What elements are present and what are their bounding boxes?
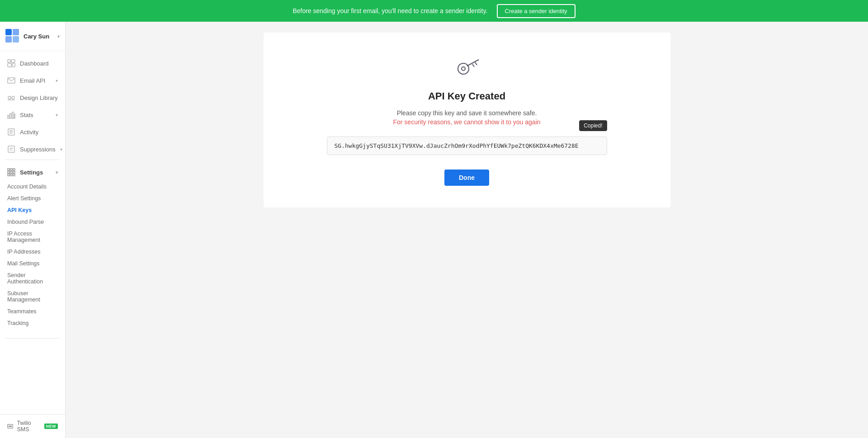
create-sender-identity-button[interactable]: Create a sender identity — [497, 4, 576, 18]
sidebar-item-dashboard[interactable]: Dashboard — [0, 55, 65, 72]
svg-rect-2 — [5, 36, 12, 42]
svg-line-39 — [472, 64, 474, 67]
settings-sub-items: Account Details Alert Settings API Keys … — [0, 181, 65, 329]
svg-rect-20 — [8, 146, 14, 152]
twilio-label: Twilio SMS — [17, 420, 40, 433]
design-library-icon — [7, 94, 15, 102]
sidebar-item-teammates[interactable]: Teammates — [0, 306, 65, 317]
sidebar-item-dashboard-label: Dashboard — [20, 60, 49, 67]
sidebar-item-ip-access-management[interactable]: IP Access Management — [0, 228, 65, 246]
sidebar-item-subuser-management[interactable]: Subuser Management — [0, 287, 65, 306]
sidebar-item-account-details[interactable]: Account Details — [0, 181, 65, 193]
account-icon — [5, 29, 20, 43]
twilio-new-badge: NEW — [44, 424, 58, 429]
sidebar-item-design-library[interactable]: Design Library — [0, 89, 65, 106]
svg-point-36 — [458, 63, 469, 74]
svg-rect-0 — [5, 29, 12, 35]
main-nav: Dashboard Email API ▾ Design Library — [0, 51, 65, 336]
stats-chevron-icon: ▾ — [56, 113, 58, 118]
settings-label: Settings — [20, 169, 43, 176]
twilio-section: Twilio SMS NEW — [0, 414, 65, 438]
svg-rect-5 — [11, 60, 15, 62]
svg-rect-29 — [8, 174, 9, 176]
key-icon-wrapper — [282, 54, 652, 83]
api-key-value-wrapper: Copied! SG.hwkgGjySTqSU31XjTV9XVw.dJaucZ… — [327, 137, 607, 155]
settings-header[interactable]: Settings ▾ — [0, 164, 65, 181]
svg-point-35 — [11, 426, 12, 427]
sidebar-item-email-api[interactable]: Email API ▾ — [0, 72, 65, 89]
account-chevron-icon: ▾ — [57, 34, 60, 39]
svg-point-33 — [9, 426, 9, 427]
svg-rect-23 — [8, 169, 9, 170]
twilio-icon — [7, 423, 13, 430]
api-key-value[interactable]: SG.hwkgGjySTqSU31XjTV9XVw.dJaucZrhOm9rXo… — [327, 137, 607, 155]
activity-icon — [7, 128, 15, 136]
key-icon — [453, 54, 481, 81]
email-api-chevron-icon: ▾ — [56, 78, 58, 83]
suppressions-chevron-icon: ▾ — [60, 147, 62, 152]
sidebar-item-twilio[interactable]: Twilio SMS NEW — [7, 420, 58, 433]
stats-icon — [7, 111, 15, 119]
sidebar-item-activity-label: Activity — [20, 129, 38, 136]
account-name: Cary Sun — [24, 33, 54, 40]
done-button[interactable]: Done — [444, 170, 489, 186]
main-content: API Key Created Please copy this key and… — [66, 22, 868, 438]
sidebar-item-activity[interactable]: Activity — [0, 123, 65, 141]
sidebar-bottom-divider — [5, 338, 60, 339]
svg-rect-30 — [10, 174, 12, 176]
email-api-icon — [7, 76, 15, 85]
svg-rect-3 — [13, 36, 19, 42]
svg-rect-4 — [8, 60, 10, 62]
svg-rect-28 — [13, 171, 15, 173]
svg-rect-31 — [13, 174, 15, 176]
suppressions-icon — [7, 145, 15, 153]
svg-rect-1 — [13, 29, 19, 35]
sidebar: Cary Sun ▾ Dashboard Email API — [0, 22, 66, 438]
svg-point-34 — [10, 426, 11, 427]
copied-tooltip: Copied! — [579, 120, 607, 131]
svg-rect-26 — [8, 171, 9, 173]
settings-section: Settings ▾ Account Details Alert Setting… — [0, 162, 65, 333]
svg-rect-25 — [13, 169, 15, 170]
sidebar-item-mail-settings[interactable]: Mail Settings — [0, 258, 65, 269]
sidebar-item-suppressions[interactable]: Suppressions ▾ — [0, 141, 65, 158]
api-key-card: API Key Created Please copy this key and… — [264, 33, 670, 207]
svg-point-40 — [462, 67, 465, 71]
svg-rect-6 — [8, 63, 11, 67]
svg-rect-12 — [8, 115, 9, 118]
settings-chevron-icon: ▾ — [56, 170, 58, 175]
dashboard-icon — [7, 59, 15, 67]
svg-line-38 — [475, 62, 477, 65]
sidebar-item-stats-label: Stats — [20, 112, 33, 118]
sidebar-item-stats[interactable]: Stats ▾ — [0, 106, 65, 123]
sidebar-item-ip-addresses[interactable]: IP Addresses — [0, 246, 65, 258]
sidebar-divider — [5, 160, 60, 160]
sidebar-item-design-library-label: Design Library — [20, 94, 58, 101]
sidebar-item-email-api-label: Email API — [20, 77, 45, 84]
svg-rect-24 — [10, 169, 12, 170]
svg-rect-8 — [8, 78, 15, 83]
svg-rect-13 — [10, 113, 11, 118]
svg-rect-7 — [12, 63, 15, 67]
settings-icon — [7, 168, 15, 176]
sidebar-item-tracking[interactable]: Tracking — [0, 317, 65, 329]
svg-rect-14 — [12, 112, 14, 118]
account-switcher[interactable]: Cary Sun ▾ — [0, 22, 65, 51]
banner-message: Before sending your first email, you'll … — [292, 7, 487, 14]
sidebar-item-inbound-parse[interactable]: Inbound Parse — [0, 216, 65, 228]
sidebar-item-suppressions-label: Suppressions — [20, 146, 56, 153]
api-key-title: API Key Created — [282, 90, 652, 102]
svg-point-9 — [8, 96, 11, 99]
sidebar-item-alert-settings[interactable]: Alert Settings — [0, 193, 65, 204]
sidebar-item-api-keys[interactable]: API Keys — [0, 204, 65, 216]
svg-rect-15 — [14, 114, 15, 118]
svg-point-10 — [12, 96, 14, 99]
svg-rect-27 — [10, 171, 12, 173]
sidebar-item-sender-authentication[interactable]: Sender Authentication — [0, 269, 65, 287]
api-key-description: Please copy this key and save it somewhe… — [282, 109, 652, 117]
top-banner: Before sending your first email, you'll … — [0, 0, 868, 22]
